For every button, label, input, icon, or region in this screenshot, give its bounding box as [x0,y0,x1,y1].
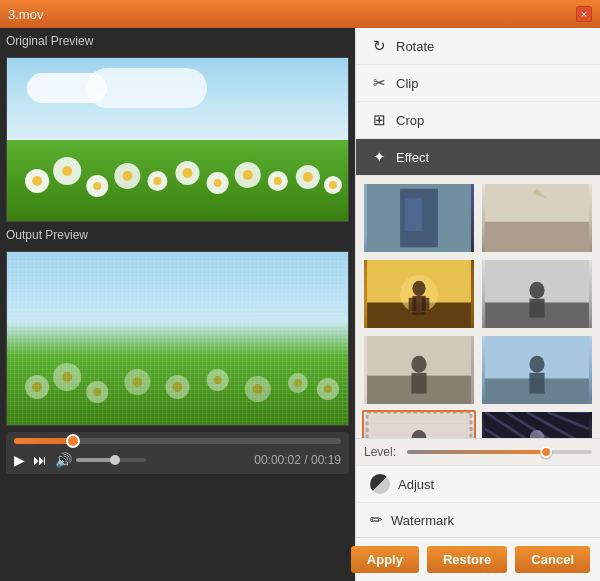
svg-point-26 [86,381,108,403]
svg-point-63 [529,356,544,373]
time-display: 00:00:02 / 00:19 [254,453,341,467]
svg-point-23 [32,382,42,392]
svg-rect-44 [485,222,589,252]
progress-thumb[interactable] [66,434,80,448]
effect-thumb-6[interactable] [480,334,594,406]
svg-rect-51 [409,298,417,311]
level-fill [407,450,546,454]
effect-7-preview [364,412,474,438]
svg-point-27 [93,388,101,396]
svg-point-25 [62,372,72,382]
output-preview-label: Output Preview [6,228,349,242]
clip-icon: ✂ [370,74,388,92]
close-button[interactable]: × [576,6,592,22]
svg-point-34 [245,376,271,402]
restore-button[interactable]: Restore [427,546,507,573]
forward-button[interactable]: ⏭ [33,452,47,468]
effect-2-preview [482,184,592,252]
level-row: Level: [356,438,600,465]
svg-point-21 [329,181,337,189]
progress-bar[interactable] [14,438,341,444]
svg-point-35 [253,384,263,394]
effect-thumb-canvas[interactable]: Canvas [362,410,476,438]
watermark-item[interactable]: ✏ Watermark [356,502,600,537]
right-panel: ↻ Rotate ✂ Clip ⊞ Crop ✦ Effect [355,28,600,581]
cancel-button[interactable]: Cancel [515,546,590,573]
volume-area: 🔊 [55,452,146,468]
svg-point-55 [529,282,544,299]
controls-row: ▶ ⏭ 🔊 00:00:02 / 00:19 [14,452,341,468]
svg-rect-42 [405,198,422,231]
tool-menu: ↻ Rotate ✂ Clip ⊞ Crop ✦ Effect [356,28,600,176]
svg-point-7 [122,171,132,181]
svg-rect-52 [422,298,430,311]
original-preview-label: Original Preview [6,34,349,48]
timeline-area: ▶ ⏭ 🔊 00:00:02 / 00:19 [6,432,349,474]
svg-point-38 [317,378,339,400]
effect-thumb-2[interactable] [480,182,594,254]
output-flowers-svg [7,337,348,417]
effect-thumb-4[interactable] [480,258,594,330]
svg-point-1 [32,176,42,186]
left-panel: Original Preview [0,28,355,581]
effect-3-preview [364,260,474,328]
svg-point-39 [324,385,332,393]
effect-4-preview [482,260,592,328]
title-bar: 3.mov × [0,0,600,28]
tool-crop[interactable]: ⊞ Crop [356,102,600,139]
effect-thumb-1[interactable] [362,182,476,254]
svg-point-13 [214,179,222,187]
effect-thumb-8[interactable] [480,410,594,438]
adjust-icon [370,474,390,494]
effect-icon: ✦ [370,148,388,166]
svg-point-22 [25,375,49,399]
volume-thumb[interactable] [110,455,120,465]
output-preview [6,251,349,426]
rotate-icon: ↻ [370,37,388,55]
svg-point-28 [124,369,150,395]
tool-rotate[interactable]: ↻ Rotate [356,28,600,65]
flowers-svg [7,131,348,211]
canvas-texture [7,252,348,425]
svg-point-31 [172,382,182,392]
volume-slider[interactable] [76,458,146,462]
effect-1-preview [364,184,474,252]
original-scene [7,58,348,221]
tool-effect[interactable]: ✦ Effect [356,139,600,176]
title-text: 3.mov [8,7,43,22]
svg-point-11 [183,168,193,178]
watermark-icon: ✏ [370,511,383,529]
level-label: Level: [364,445,399,459]
svg-point-5 [93,182,101,190]
effect-panel: Canvas [356,176,600,438]
play-button[interactable]: ▶ [14,452,25,468]
effect-grid: Canvas [362,182,594,438]
svg-point-9 [153,177,161,185]
svg-point-33 [214,376,222,384]
svg-point-15 [243,170,253,180]
svg-point-3 [62,166,72,176]
svg-point-24 [53,363,81,391]
effect-thumb-5[interactable] [362,334,476,406]
svg-rect-64 [529,373,544,394]
svg-point-29 [132,377,142,387]
svg-point-36 [288,373,308,393]
svg-point-19 [303,172,313,182]
main-content: Original Preview [0,28,600,581]
effect-8-preview [482,412,592,438]
tool-clip[interactable]: ✂ Clip [356,65,600,102]
volume-icon: 🔊 [55,452,72,468]
level-slider[interactable] [407,450,592,454]
svg-point-37 [294,379,302,387]
svg-point-17 [274,177,282,185]
effect-6-preview [482,336,592,404]
effect-5-preview [364,336,474,404]
crop-icon: ⊞ [370,111,388,129]
svg-point-59 [411,356,426,373]
apply-button[interactable]: Apply [351,546,419,573]
adjust-item[interactable]: Adjust [356,465,600,502]
effect-thumb-3[interactable] [362,258,476,330]
level-thumb[interactable] [540,446,552,458]
svg-point-30 [165,375,189,399]
progress-fill [14,438,73,444]
